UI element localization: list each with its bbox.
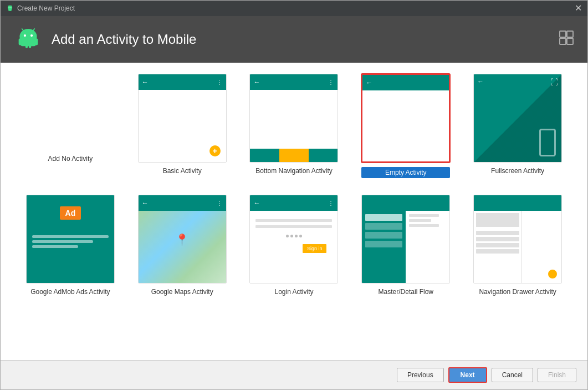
layout-icon xyxy=(559,30,574,49)
activity-item-login[interactable]: ← ⋮ xyxy=(241,195,347,296)
svg-point-2 xyxy=(9,7,9,8)
title-bar-left: Create New Project xyxy=(6,4,75,12)
back-arrow-icon: ← xyxy=(253,78,260,86)
empty-activity-thumbnail: ← xyxy=(361,74,450,163)
svg-rect-15 xyxy=(29,44,31,48)
fab-icon: + xyxy=(209,145,221,156)
activity-item-fullscreen[interactable]: ← ⛶ Fullscreen Activity xyxy=(464,74,571,175)
overflow-icon: ⋮ xyxy=(328,79,334,85)
close-button[interactable]: ✕ xyxy=(575,4,582,13)
svg-line-4 xyxy=(8,6,9,6)
title-bar: Create New Project ✕ xyxy=(1,1,587,16)
activity-item-basic[interactable]: ← ⋮ + Basic Activity xyxy=(129,74,236,175)
maps-thumbnail: ← ⋮ 📍 xyxy=(138,195,227,283)
activities-content: Add No Activity ← ⋮ + Basic Activity xyxy=(1,63,587,360)
dialog-title: Create New Project xyxy=(17,4,75,12)
back-arrow-icon: ← xyxy=(142,78,149,86)
previous-button[interactable]: Previous xyxy=(397,368,444,382)
login-thumbnail: ← ⋮ xyxy=(249,195,338,283)
fab-icon xyxy=(548,270,557,278)
svg-rect-19 xyxy=(567,38,573,44)
android-logo-small xyxy=(6,4,14,12)
no-activity-thumbnail xyxy=(26,74,115,150)
activities-grid: Add No Activity ← ⋮ + Basic Activity xyxy=(17,74,571,296)
maps-label: Google Maps Activity xyxy=(151,288,213,296)
empty-activity-label-selected: Empty Activity xyxy=(361,167,450,178)
ad-banner: Ad xyxy=(60,206,81,220)
activity-item-empty[interactable]: ← Empty Activity xyxy=(352,74,459,178)
fullscreen-thumbnail: ← ⛶ xyxy=(473,74,562,163)
svg-line-5 xyxy=(11,6,12,6)
svg-rect-14 xyxy=(25,44,28,48)
login-button-mini: Sign in xyxy=(303,244,327,253)
svg-rect-18 xyxy=(560,38,566,44)
svg-point-9 xyxy=(30,34,33,37)
svg-rect-16 xyxy=(560,31,566,37)
overflow-icon: ⋮ xyxy=(328,200,334,206)
activity-item-navdrawer[interactable]: Navigation Drawer Activity xyxy=(464,195,571,296)
svg-rect-17 xyxy=(567,31,573,37)
basic-activity-thumbnail: ← ⋮ + xyxy=(138,74,227,163)
next-button[interactable]: Next xyxy=(448,367,487,383)
basic-activity-label: Basic Activity xyxy=(163,167,202,175)
overflow-icon: ⋮ xyxy=(217,200,223,206)
admob-thumbnail: Ad xyxy=(26,195,115,283)
header-title: Add an Activity to Mobile xyxy=(52,32,196,47)
bottomnav-label: Bottom Navigation Activity xyxy=(255,167,333,175)
navdrawer-thumbnail xyxy=(473,195,562,283)
svg-rect-12 xyxy=(19,38,22,45)
fullscreen-label: Fullscreen Activity xyxy=(491,167,544,175)
footer: Previous Next Cancel Finish xyxy=(1,360,587,389)
back-arrow-icon: ← xyxy=(142,199,149,207)
back-arrow-icon: ← xyxy=(366,79,372,87)
activity-item-no-activity[interactable]: Add No Activity xyxy=(17,74,124,163)
overflow-icon: ⋮ xyxy=(217,79,223,85)
svg-rect-1 xyxy=(8,8,12,11)
masterdetail-label: Master/Detail Flow xyxy=(379,288,433,296)
svg-point-8 xyxy=(24,34,26,37)
header: Add an Activity to Mobile xyxy=(1,16,587,63)
svg-rect-7 xyxy=(21,38,36,47)
finish-button[interactable]: Finish xyxy=(538,368,576,382)
masterdetail-thumbnail xyxy=(361,195,450,283)
bottomnav-thumbnail: ← ⋮ xyxy=(249,74,338,163)
activity-item-masterdetail[interactable]: Master/Detail Flow xyxy=(352,195,459,296)
activity-item-maps[interactable]: ← ⋮ 📍 Google Maps Activity xyxy=(129,195,236,296)
map-pin-icon: 📍 xyxy=(175,233,189,246)
svg-point-3 xyxy=(11,7,11,8)
activity-item-bottomnav[interactable]: ← ⋮ Bottom Navigation Activity xyxy=(241,74,347,175)
activity-item-admob[interactable]: Ad Google AdMob Ads Activity xyxy=(17,195,124,296)
create-project-dialog: Create New Project ✕ Add an Activity to … xyxy=(0,0,588,390)
android-logo-large xyxy=(14,25,43,54)
svg-rect-13 xyxy=(35,38,38,45)
no-activity-label: Add No Activity xyxy=(48,155,93,163)
admob-label: Google AdMob Ads Activity xyxy=(30,288,110,296)
back-arrow-icon: ← xyxy=(253,199,260,207)
login-label: Login Activity xyxy=(274,288,313,296)
cancel-button[interactable]: Cancel xyxy=(492,368,533,382)
navdrawer-label: Navigation Drawer Activity xyxy=(479,288,556,296)
